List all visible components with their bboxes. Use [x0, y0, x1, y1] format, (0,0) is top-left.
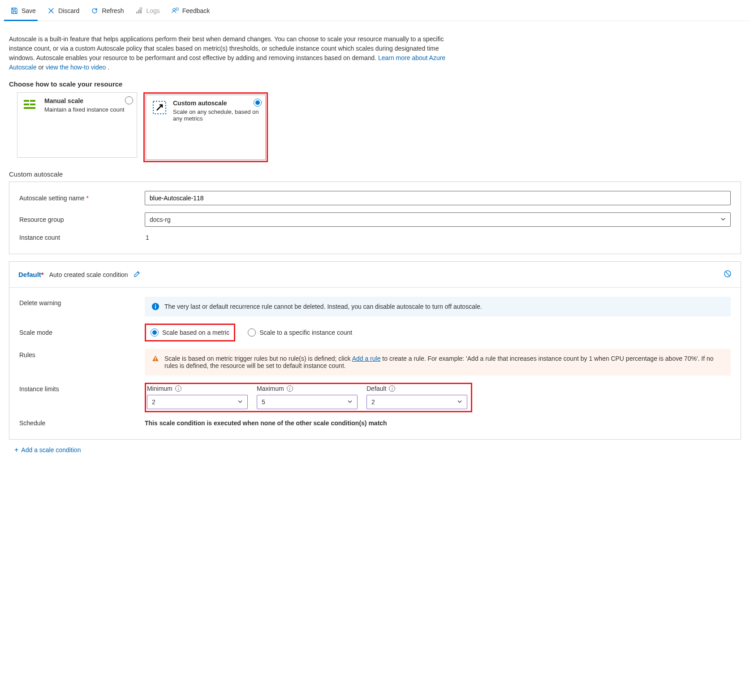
manual-card-title: Manual scale	[44, 97, 125, 104]
rules-label: Rules	[19, 349, 145, 359]
save-label: Save	[22, 7, 36, 14]
minimum-label: Minimum	[147, 385, 172, 392]
maximum-input[interactable]: 5	[257, 395, 358, 409]
svg-rect-16	[155, 360, 156, 361]
info-icon[interactable]: i	[175, 385, 181, 392]
schedule-label: Schedule	[19, 419, 145, 427]
scale-mode-label: Scale mode	[19, 329, 145, 336]
svg-rect-6	[30, 100, 35, 102]
minimum-input[interactable]: 2	[147, 395, 248, 409]
setting-name-input[interactable]	[145, 191, 731, 205]
scale-metric-label: Scale based on a metric	[162, 329, 229, 336]
scale-metric-radio[interactable]: Scale based on a metric	[147, 326, 233, 339]
schedule-row: Schedule This scale condition is execute…	[19, 419, 731, 427]
custom-card-sub: Scale on any schedule, based on any metr…	[173, 108, 260, 122]
add-condition-label: Add a scale condition	[21, 446, 81, 454]
svg-rect-1	[138, 10, 140, 13]
svg-rect-14	[155, 306, 156, 309]
custom-autoscale-heading: Custom autoscale	[9, 170, 741, 178]
manual-scale-icon	[23, 97, 39, 113]
svg-point-13	[155, 304, 156, 305]
feedback-label: Feedback	[182, 7, 210, 14]
logs-button: Logs	[134, 6, 161, 15]
add-rule-link[interactable]: Add a rule	[352, 355, 381, 362]
setting-name-row: Autoscale setting name *	[19, 191, 731, 205]
svg-rect-15	[155, 357, 156, 359]
chevron-down-icon	[347, 398, 353, 406]
save-button[interactable]: Save	[9, 6, 38, 15]
discard-label: Discard	[58, 7, 79, 14]
condition-title: Default*	[18, 271, 44, 278]
active-tab-indicator	[4, 20, 38, 21]
delete-warning-banner: The very last or default recurrence rule…	[145, 297, 731, 316]
default-input[interactable]: 2	[366, 395, 467, 409]
svg-rect-8	[30, 104, 35, 105]
intro-period: .	[108, 64, 109, 71]
custom-autoscale-icon	[151, 99, 168, 116]
condition-body: Delete warning The very last or default …	[9, 288, 741, 439]
delete-warning-label: Delete warning	[19, 297, 145, 307]
discard-icon	[47, 7, 55, 14]
chevron-down-icon	[237, 398, 243, 406]
highlight-instance-limits: Minimum i 2 Maximum	[145, 383, 472, 412]
svg-rect-9	[24, 107, 35, 109]
feedback-icon	[172, 7, 179, 14]
resource-group-select[interactable]: docs-rg	[145, 212, 731, 227]
refresh-button[interactable]: Refresh	[89, 6, 125, 15]
feedback-button[interactable]: Feedback	[170, 6, 211, 15]
svg-rect-0	[136, 12, 138, 13]
refresh-label: Refresh	[102, 7, 124, 14]
resource-group-row: Resource group docs-rg	[19, 212, 731, 227]
info-icon	[152, 303, 159, 310]
radio-dot	[152, 330, 157, 335]
discard-button[interactable]: Discard	[46, 6, 81, 15]
maximum-col: Maximum i 5	[257, 385, 358, 409]
highlight-custom-card: Custom autoscale Scale on any schedule, …	[143, 92, 268, 162]
manual-scale-card[interactable]: Manual scale Maintain a fixed instance c…	[17, 92, 137, 158]
logs-icon	[135, 7, 142, 14]
default-value: 2	[371, 398, 375, 406]
minimum-col: Minimum i 2	[147, 385, 248, 409]
instance-count-label: Instance count	[19, 234, 145, 241]
instance-count-value: 1	[145, 234, 149, 241]
warning-icon	[152, 355, 159, 362]
add-scale-condition-link[interactable]: + Add a scale condition	[14, 446, 81, 454]
svg-rect-7	[24, 104, 29, 105]
scale-mode-cards: Manual scale Maintain a fixed instance c…	[9, 92, 741, 162]
custom-autoscale-card[interactable]: Custom autoscale Scale on any schedule, …	[146, 95, 266, 160]
rules-warning-banner: Scale is based on metric trigger rules b…	[145, 349, 731, 376]
instance-limits-label: Instance limits	[19, 383, 145, 393]
condition-header: Default* Auto created scale condition	[9, 262, 741, 288]
choose-heading: Choose how to scale your resource	[9, 80, 741, 88]
minimum-value: 2	[152, 398, 155, 406]
default-label: Default	[366, 385, 386, 392]
delete-warning-row: Delete warning The very last or default …	[19, 297, 731, 316]
intro-or: or	[38, 64, 45, 71]
info-icon[interactable]: i	[287, 385, 293, 392]
howto-video-link[interactable]: view the how-to video	[46, 64, 106, 71]
main-content: Autoscale is a built-in feature that hel…	[0, 21, 750, 463]
instance-limits-row: Instance limits Minimum i 2	[19, 383, 731, 412]
save-icon	[11, 7, 18, 14]
manual-radio[interactable]	[125, 96, 133, 104]
scale-mode-row: Scale mode Scale based on a metric Scale…	[19, 324, 731, 341]
toolbar: Save Discard Refresh Logs Feedback	[0, 0, 750, 21]
highlight-metric-radio: Scale based on a metric	[145, 324, 235, 341]
rules-row: Rules Scale is based on metric trigger r…	[19, 349, 731, 376]
instance-count-row: Instance count 1	[19, 234, 731, 241]
custom-radio[interactable]	[254, 99, 262, 107]
custom-card-title: Custom autoscale	[173, 99, 260, 107]
edit-icon[interactable]	[134, 270, 141, 279]
resource-group-label: Resource group	[19, 216, 145, 223]
scale-count-radio[interactable]: Scale to a specific instance count	[244, 326, 356, 339]
default-col: Default i 2	[366, 385, 467, 409]
scale-count-label: Scale to a specific instance count	[259, 329, 352, 336]
default-condition-box: Default* Auto created scale condition De…	[9, 261, 741, 440]
info-icon[interactable]: i	[389, 385, 395, 392]
svg-point-4	[172, 9, 175, 11]
delete-warning-text: The very last or default recurrence rule…	[164, 303, 482, 310]
delete-disabled-icon	[724, 270, 732, 279]
schedule-text: This scale condition is executed when no…	[145, 419, 731, 427]
intro-text: Autoscale is a built-in feature that hel…	[9, 35, 466, 72]
radio-dot	[255, 100, 260, 105]
